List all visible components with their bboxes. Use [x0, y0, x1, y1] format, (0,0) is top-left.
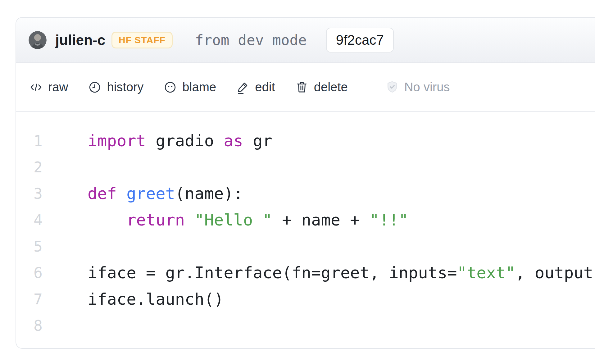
line-number[interactable]: 7	[16, 290, 43, 308]
hf-staff-badge: HF STAFF	[111, 32, 173, 48]
code-viewer: 1import gradio as gr23def greet(name):4 …	[16, 112, 595, 339]
code-line: 5	[16, 233, 595, 259]
pencil-icon	[236, 80, 250, 94]
code-line: 6iface = gr.Interface(fn=greet, inputs="…	[16, 259, 595, 286]
code-line-content: import gradio as gr	[88, 133, 272, 149]
code-line: 4 return "Hello " + name + "!!"	[16, 207, 595, 233]
code-line: 8	[16, 312, 595, 339]
toolbar-actions: rawhistoryblameeditdelete	[29, 80, 368, 94]
virus-status: No virus	[385, 80, 450, 94]
code-line-content: return "Hello " + name + "!!"	[88, 212, 408, 228]
line-number[interactable]: 8	[16, 317, 43, 334]
line-number[interactable]: 5	[16, 238, 43, 255]
user-avatar[interactable]	[29, 31, 47, 49]
clock-icon	[88, 80, 102, 94]
blame-button[interactable]: blame	[163, 80, 216, 94]
code-line: 1import gradio as gr	[16, 127, 595, 154]
code-line: 3def greet(name):	[16, 180, 595, 207]
delete-label: delete	[314, 80, 348, 94]
history-label: history	[107, 80, 143, 94]
avatar-icon	[29, 31, 47, 49]
commit-message-link[interactable]: from dev mode	[195, 32, 307, 48]
commit-hash-button[interactable]: 9f2cac7	[326, 28, 394, 52]
trash-icon	[295, 80, 309, 94]
line-number[interactable]: 3	[16, 185, 43, 202]
file-viewer-card: julien-c HF STAFF from dev mode 9f2cac7 …	[16, 17, 595, 349]
face-icon	[163, 80, 177, 94]
delete-button[interactable]: delete	[295, 80, 348, 94]
history-button[interactable]: history	[88, 80, 143, 94]
virus-status-label: No virus	[404, 80, 450, 94]
username-link[interactable]: julien-c	[55, 32, 105, 48]
code-line: 7iface.launch()	[16, 286, 595, 312]
raw-button[interactable]: raw	[29, 80, 68, 94]
line-number[interactable]: 1	[16, 132, 43, 149]
commit-header: julien-c HF STAFF from dev mode 9f2cac7	[16, 18, 595, 63]
raw-label: raw	[48, 80, 68, 94]
line-number[interactable]: 2	[16, 158, 43, 176]
line-number[interactable]: 4	[16, 211, 43, 229]
shield-check-icon	[385, 80, 399, 94]
file-toolbar: rawhistoryblameeditdelete No virus	[16, 63, 595, 112]
edit-button[interactable]: edit	[236, 80, 275, 94]
code-line-content: iface.launch()	[88, 291, 224, 307]
code-line-content: def greet(name):	[88, 185, 243, 202]
blame-label: blame	[182, 80, 216, 94]
edit-label: edit	[255, 80, 275, 94]
code-icon	[29, 80, 43, 94]
code-line-content: iface = gr.Interface(fn=greet, inputs="t…	[88, 265, 595, 281]
line-number[interactable]: 6	[16, 264, 43, 281]
code-line: 2	[16, 154, 595, 180]
